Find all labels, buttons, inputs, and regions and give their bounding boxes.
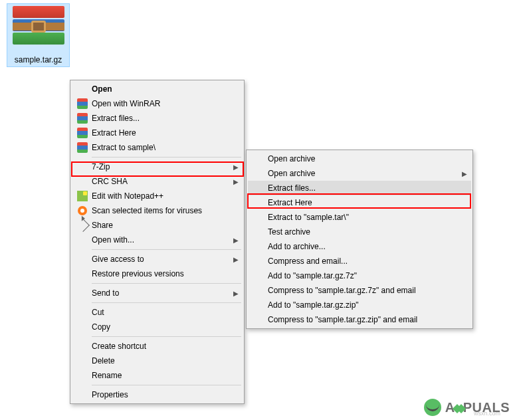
menu-item-edit-notepadpp[interactable]: Edit with Notepad++ bbox=[72, 189, 243, 203]
menu-item-crc-sha[interactable]: CRC SHA▶ bbox=[72, 174, 243, 189]
notepadpp-icon bbox=[77, 191, 88, 201]
menu-item-share[interactable]: Share bbox=[72, 218, 243, 233]
submenu-7zip: Open archive Open archive▶ Extract files… bbox=[246, 150, 473, 329]
menu-item-create-shortcut[interactable]: Create shortcut bbox=[72, 339, 243, 354]
share-icon bbox=[76, 219, 90, 232]
watermark: APUALS wsxn.com bbox=[424, 399, 510, 416]
menu-item-open-with-winrar[interactable]: Open with WinRAR bbox=[72, 96, 243, 111]
avast-icon bbox=[78, 206, 87, 215]
file-label: sample.tar.gz bbox=[9, 55, 68, 64]
chevron-right-icon: ▶ bbox=[232, 256, 240, 263]
submenu-item-compress-zip-email[interactable]: Compress to "sample.tar.gz.zip" and emai… bbox=[248, 312, 471, 327]
menu-item-delete[interactable]: Delete bbox=[72, 354, 243, 368]
submenu-item-test-archive[interactable]: Test archive bbox=[248, 225, 471, 239]
submenu-item-add-zip[interactable]: Add to "sample.tar.gz.zip" bbox=[248, 298, 471, 312]
menu-separator bbox=[92, 302, 241, 303]
appuals-logo-icon bbox=[424, 399, 441, 416]
menu-item-cut[interactable]: Cut bbox=[72, 305, 243, 320]
menu-item-give-access[interactable]: Give access to▶ bbox=[72, 252, 243, 266]
file-item[interactable]: sample.tar.gz bbox=[7, 3, 70, 67]
submenu-item-compress-email[interactable]: Compress and email... bbox=[248, 254, 471, 268]
menu-item-copy[interactable]: Copy bbox=[72, 320, 243, 334]
submenu-item-add-7z[interactable]: Add to "sample.tar.gz.7z" bbox=[248, 268, 471, 283]
menu-item-scan-viruses[interactable]: Scan selected items for viruses bbox=[72, 203, 243, 218]
menu-item-extract-here[interactable]: Extract Here bbox=[72, 126, 243, 140]
menu-separator bbox=[92, 385, 241, 385]
menu-item-extract-to-sample[interactable]: Extract to sample\ bbox=[72, 140, 243, 155]
chevron-right-icon: ▶ bbox=[232, 237, 240, 244]
context-menu: Open Open with WinRAR Extract files... E… bbox=[70, 80, 245, 404]
winrar-icon bbox=[77, 128, 88, 138]
menu-item-restore-versions[interactable]: Restore previous versions bbox=[72, 266, 243, 281]
site-text: wsxn.com bbox=[474, 410, 500, 417]
menu-separator bbox=[92, 249, 241, 250]
menu-item-properties[interactable]: Properties bbox=[72, 387, 243, 402]
submenu-item-extract-files[interactable]: Extract files... bbox=[248, 181, 471, 195]
menu-item-7zip[interactable]: 7-Zip▶ bbox=[72, 159, 243, 174]
submenu-item-compress-7z-email[interactable]: Compress to "sample.tar.gz.7z" and email bbox=[248, 283, 471, 298]
menu-item-rename[interactable]: Rename bbox=[72, 368, 243, 383]
menu-separator bbox=[92, 336, 241, 337]
menu-separator bbox=[92, 283, 241, 284]
chevron-right-icon: ▶ bbox=[232, 163, 240, 171]
menu-item-open[interactable]: Open bbox=[72, 82, 243, 96]
submenu-item-open-archive[interactable]: Open archive bbox=[248, 152, 471, 166]
submenu-item-open-archive-sub[interactable]: Open archive▶ bbox=[248, 166, 471, 181]
chevron-right-icon: ▶ bbox=[461, 170, 468, 177]
menu-item-send-to[interactable]: Send to▶ bbox=[72, 286, 243, 300]
submenu-item-add-to-archive[interactable]: Add to archive... bbox=[248, 239, 471, 254]
submenu-item-extract-here[interactable]: Extract Here bbox=[248, 195, 471, 210]
menu-separator bbox=[92, 157, 241, 158]
submenu-item-extract-to[interactable]: Extract to "sample.tar\" bbox=[248, 210, 471, 225]
chevron-right-icon: ▶ bbox=[232, 290, 240, 297]
archive-icon bbox=[13, 6, 64, 52]
winrar-icon bbox=[77, 142, 88, 153]
winrar-icon bbox=[77, 113, 88, 124]
menu-item-open-with[interactable]: Open with...▶ bbox=[72, 233, 243, 247]
winrar-icon bbox=[77, 98, 88, 109]
menu-item-extract-files[interactable]: Extract files... bbox=[72, 111, 243, 126]
chevron-right-icon: ▶ bbox=[232, 178, 240, 185]
